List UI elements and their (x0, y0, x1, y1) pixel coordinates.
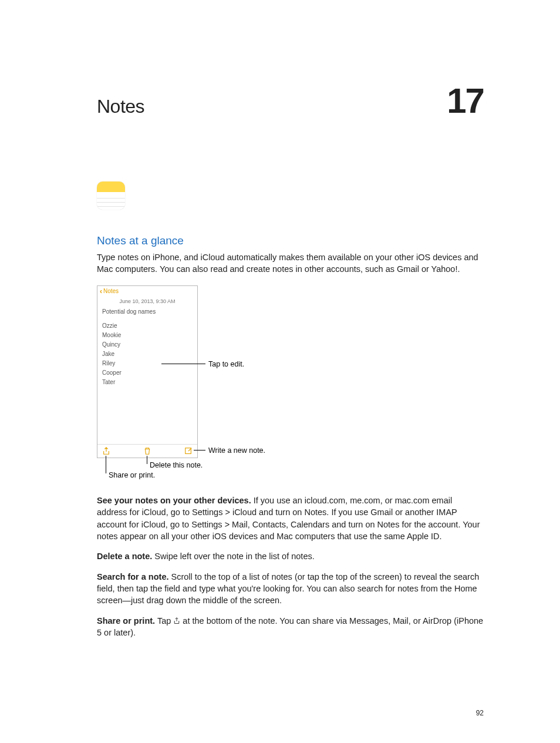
note-date: June 10, 2013, 9:30 AM (97, 297, 197, 308)
paragraph-search: Search for a note. Scroll to the top of … (97, 571, 484, 607)
iphone-screenshot: ‹ Notes June 10, 2013, 9:30 AM Potential… (97, 285, 198, 458)
list-item: Cooper (102, 369, 193, 377)
share-icon (173, 616, 180, 623)
lead: See your notes on your other devices. (97, 496, 251, 505)
callout-delete: Delete this note. (150, 460, 203, 471)
trash-icon (143, 447, 151, 455)
chapter-header: Notes 17 (97, 76, 484, 126)
paragraph-delete: Delete a note. Swipe left over the note … (97, 550, 484, 562)
note-body: Potential dog names Ozzie Mookie Quincy … (97, 308, 197, 386)
nav-bar: ‹ Notes (97, 286, 197, 297)
paragraph-see-devices: See your notes on your other devices. If… (97, 495, 484, 542)
lead: Search for a note. (97, 572, 168, 581)
list-item: Jake (102, 350, 193, 358)
notes-app-icon (97, 181, 125, 210)
list-item: Quincy (102, 341, 193, 349)
lead: Share or print. (97, 616, 155, 626)
callout-tap-edit: Tap to edit. (208, 359, 244, 370)
page-number: 92 (476, 708, 484, 718)
toolbar (97, 444, 197, 458)
list-item: Tater (102, 378, 193, 386)
section-title: Notes at a glance (97, 233, 484, 249)
compose-icon (184, 447, 193, 455)
paragraph-share: Share or print. Tap at the bottom of the… (97, 615, 484, 639)
callout-share: Share or print. (109, 470, 155, 481)
intro-paragraph: Type notes on iPhone, and iCloud automat… (97, 251, 484, 275)
list-item: Ozzie (102, 322, 193, 330)
callout-write-new: Write a new note. (208, 446, 265, 456)
share-icon (102, 447, 110, 455)
list-item: Mookie (102, 331, 193, 339)
back-chevron-icon: ‹ (100, 287, 102, 297)
lead: Delete a note. (97, 552, 152, 561)
chapter-number: 17 (447, 76, 484, 126)
svg-rect-0 (185, 448, 191, 454)
screenshot-figure: ‹ Notes June 10, 2013, 9:30 AM Potential… (97, 285, 267, 485)
note-title: Potential dog names (102, 308, 193, 316)
back-label: Notes (103, 287, 119, 295)
chapter-title: Notes (97, 93, 144, 120)
